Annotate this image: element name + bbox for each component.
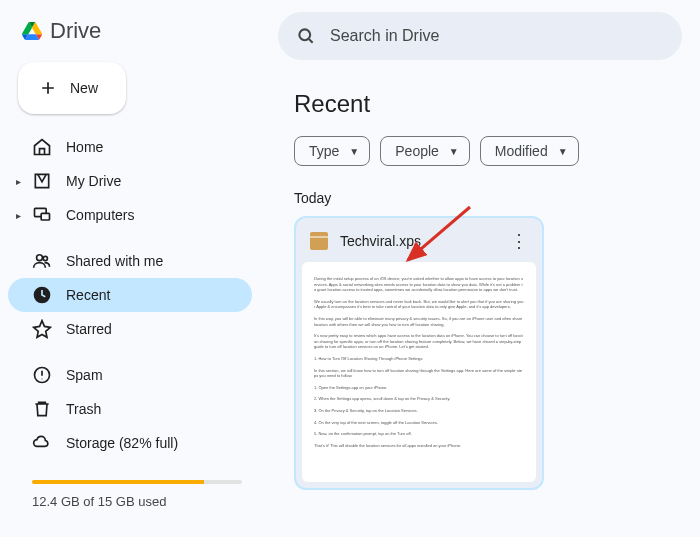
drive-logo-icon bbox=[22, 21, 42, 41]
sidebar-item-label: Spam bbox=[66, 367, 103, 383]
filter-modified[interactable]: Modified ▼ bbox=[480, 136, 579, 166]
search-input[interactable]: Search in Drive bbox=[278, 12, 682, 60]
filter-row: Type ▼ People ▼ Modified ▼ bbox=[260, 136, 700, 166]
sidebar-item-spam[interactable]: Spam bbox=[8, 358, 252, 392]
section-label: Today bbox=[260, 166, 700, 216]
chevron-down-icon: ▼ bbox=[349, 146, 359, 157]
my-drive-icon bbox=[32, 171, 52, 191]
sidebar-item-label: Starred bbox=[66, 321, 112, 337]
sidebar-item-storage[interactable]: Storage (82% full) bbox=[8, 426, 252, 460]
sidebar: Drive New Home ▸ My Drive ▸ Computers Sh… bbox=[0, 0, 260, 537]
star-icon bbox=[32, 319, 52, 339]
sidebar-item-label: My Drive bbox=[66, 173, 121, 189]
file-name: Techviral.xps bbox=[340, 233, 494, 249]
plus-icon bbox=[38, 78, 58, 98]
sidebar-item-computers[interactable]: ▸ Computers bbox=[8, 198, 252, 232]
nav-section-1: Home ▸ My Drive ▸ Computers bbox=[8, 130, 252, 232]
home-icon bbox=[32, 137, 52, 157]
spam-icon bbox=[32, 365, 52, 385]
search-icon bbox=[296, 26, 316, 46]
search-placeholder: Search in Drive bbox=[330, 27, 439, 45]
sidebar-item-recent[interactable]: Recent bbox=[8, 278, 252, 312]
sidebar-item-label: Storage (82% full) bbox=[66, 435, 178, 451]
svg-rect-1 bbox=[41, 213, 49, 220]
filter-people[interactable]: People ▼ bbox=[380, 136, 470, 166]
cloud-icon bbox=[32, 433, 52, 453]
file-preview: During the initial setup process of an i… bbox=[302, 262, 536, 482]
nav-section-3: Spam Trash Storage (82% full) bbox=[8, 358, 252, 460]
svg-point-2 bbox=[37, 255, 43, 261]
app-name: Drive bbox=[50, 18, 101, 44]
sidebar-item-label: Trash bbox=[66, 401, 101, 417]
sidebar-item-trash[interactable]: Trash bbox=[8, 392, 252, 426]
shared-icon bbox=[32, 251, 52, 271]
chevron-down-icon: ▼ bbox=[558, 146, 568, 157]
sidebar-item-label: Shared with me bbox=[66, 253, 163, 269]
svg-point-6 bbox=[299, 29, 310, 40]
storage-bar bbox=[8, 472, 252, 494]
sidebar-item-shared[interactable]: Shared with me bbox=[8, 244, 252, 278]
file-type-icon bbox=[310, 232, 328, 250]
caret-icon: ▸ bbox=[16, 176, 21, 187]
sidebar-item-starred[interactable]: Starred bbox=[8, 312, 252, 346]
new-button[interactable]: New bbox=[18, 62, 126, 114]
caret-icon: ▸ bbox=[16, 210, 21, 221]
file-card[interactable]: Techviral.xps ⋮ During the initial setup… bbox=[294, 216, 544, 490]
filter-type[interactable]: Type ▼ bbox=[294, 136, 370, 166]
storage-fill bbox=[32, 480, 204, 484]
more-options-button[interactable]: ⋮ bbox=[506, 230, 532, 252]
recent-icon bbox=[32, 285, 52, 305]
storage-text: 12.4 GB of 15 GB used bbox=[8, 494, 252, 509]
sidebar-item-home[interactable]: Home bbox=[8, 130, 252, 164]
computers-icon bbox=[32, 205, 52, 225]
sidebar-item-label: Home bbox=[66, 139, 103, 155]
main: Search in Drive Recent Type ▼ People ▼ M… bbox=[260, 0, 700, 537]
drive-logo[interactable]: Drive bbox=[8, 12, 252, 62]
svg-point-3 bbox=[43, 256, 47, 260]
sidebar-item-my-drive[interactable]: ▸ My Drive bbox=[8, 164, 252, 198]
sidebar-item-label: Computers bbox=[66, 207, 134, 223]
chevron-down-icon: ▼ bbox=[449, 146, 459, 157]
filter-label: Type bbox=[309, 143, 339, 159]
nav-section-2: Shared with me Recent Starred bbox=[8, 244, 252, 346]
sidebar-item-label: Recent bbox=[66, 287, 110, 303]
filter-label: Modified bbox=[495, 143, 548, 159]
filter-label: People bbox=[395, 143, 439, 159]
page-title: Recent bbox=[260, 60, 700, 136]
trash-icon bbox=[32, 399, 52, 419]
